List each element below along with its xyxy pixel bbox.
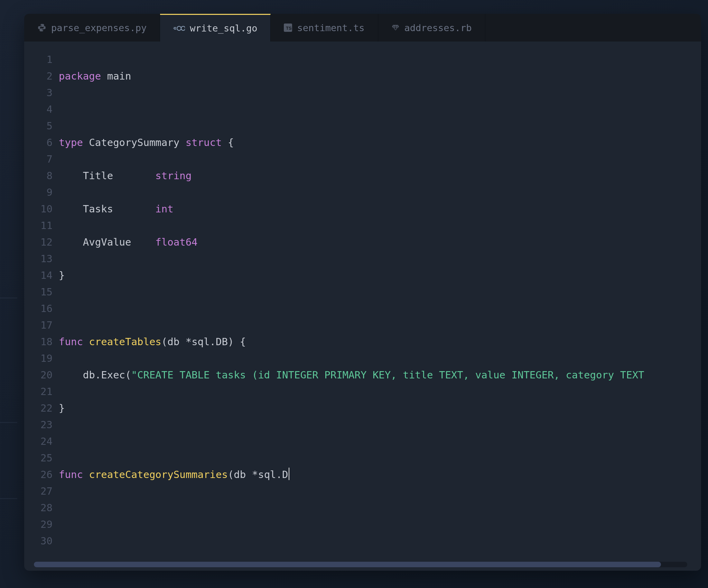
code-line[interactable]: package main	[59, 68, 701, 84]
ruby-icon	[391, 24, 400, 32]
tab-write-sql[interactable]: write_sql.go	[160, 14, 271, 42]
line-number: 18	[24, 333, 53, 350]
horizontal-scrollbar[interactable]	[34, 562, 687, 567]
line-number: 21	[24, 383, 53, 400]
svg-point-0	[177, 26, 181, 30]
line-number: 17	[24, 317, 53, 333]
line-number: 29	[24, 516, 53, 533]
code-line[interactable]: func createTables(db *sql.DB) {	[59, 333, 701, 350]
identifier: AvgValue	[59, 236, 155, 248]
code-line[interactable]	[59, 101, 701, 118]
code-line[interactable]: }	[59, 267, 701, 284]
line-number: 25	[24, 450, 53, 466]
code-line[interactable]: db.Exec("CREATE TABLE tasks (id INTEGER …	[59, 367, 701, 383]
code-line[interactable]: AvgValue float64	[59, 234, 701, 250]
scrollbar-thumb[interactable]	[34, 562, 661, 567]
line-number: 27	[24, 483, 53, 499]
code-line[interactable]	[59, 433, 701, 450]
code-content[interactable]: package main type CategorySummary struct…	[59, 51, 701, 571]
code-area[interactable]: 1 2 3 4 5 6 7 8 9 10 11 12 13 14 15 16 1…	[24, 42, 701, 571]
keyword: func	[59, 469, 83, 480]
line-number: 5	[24, 118, 53, 134]
line-number: 11	[24, 217, 53, 234]
keyword: type	[59, 137, 83, 148]
line-number: 6	[24, 134, 53, 151]
type: float64	[155, 236, 197, 248]
code-line[interactable]: Tasks int	[59, 201, 701, 217]
line-number: 23	[24, 416, 53, 433]
text-cursor	[289, 468, 289, 480]
line-number: 28	[24, 499, 53, 516]
code-line[interactable]: Title string	[59, 167, 701, 184]
go-icon	[173, 25, 185, 31]
identifier: db.Exec(	[59, 369, 131, 381]
python-icon	[37, 23, 46, 32]
code-line[interactable]: type CategorySummary struct {	[59, 134, 701, 151]
keyword: func	[59, 336, 83, 348]
tab-parse-expenses[interactable]: parse_expenses.py	[24, 14, 160, 42]
line-number: 10	[24, 201, 53, 217]
tab-label: parse_expenses.py	[51, 22, 147, 33]
line-number: 1	[24, 51, 53, 68]
tab-label: write_sql.go	[190, 23, 257, 34]
type: int	[155, 203, 173, 215]
line-number: 14	[24, 267, 53, 284]
code-line[interactable]	[59, 300, 701, 317]
svg-point-1	[181, 26, 185, 30]
line-number: 12	[24, 234, 53, 250]
line-number: 24	[24, 433, 53, 450]
line-number: 7	[24, 151, 53, 167]
code-line[interactable]: }	[59, 400, 701, 416]
keyword: package	[59, 70, 101, 82]
line-number: 8	[24, 167, 53, 184]
line-gutter: 1 2 3 4 5 6 7 8 9 10 11 12 13 14 15 16 1…	[24, 51, 59, 571]
tab-addresses[interactable]: addresses.rb	[378, 14, 485, 42]
punct: }	[59, 269, 65, 281]
identifier: Tasks	[59, 203, 155, 215]
editor-window: parse_expenses.py write_sql.go TS sentim…	[24, 14, 701, 571]
identifier: CategorySummary	[83, 137, 186, 148]
type: string	[155, 170, 192, 182]
line-number: 4	[24, 101, 53, 118]
line-number: 15	[24, 284, 53, 300]
tab-label: sentiment.ts	[297, 22, 364, 33]
tab-label: addresses.rb	[404, 22, 472, 33]
bg-decoration	[0, 422, 17, 423]
typescript-icon: TS	[284, 24, 292, 32]
bg-decoration	[0, 498, 17, 499]
line-number: 2	[24, 68, 53, 84]
punct: {	[222, 137, 234, 148]
function-name: createTables	[83, 336, 161, 348]
string: "CREATE TABLE tasks (id INTEGER PRIMARY …	[131, 369, 644, 381]
tab-bar: parse_expenses.py write_sql.go TS sentim…	[24, 14, 701, 42]
function-name: createCategorySummaries	[83, 469, 228, 480]
line-number: 16	[24, 300, 53, 317]
svg-text:TS: TS	[286, 26, 292, 31]
line-number: 20	[24, 367, 53, 383]
line-number: 3	[24, 84, 53, 101]
line-number: 13	[24, 250, 53, 267]
bg-decoration	[0, 297, 17, 298]
line-number: 26	[24, 466, 53, 483]
punct: }	[59, 402, 65, 414]
code-line[interactable]: func createCategorySummaries(db *sql.D	[59, 466, 701, 483]
line-number: 9	[24, 184, 53, 201]
keyword: struct	[186, 137, 222, 148]
identifier: main	[101, 70, 131, 82]
line-number: 22	[24, 400, 53, 416]
identifier: (db *sql.DB) {	[161, 336, 246, 348]
tab-sentiment[interactable]: TS sentiment.ts	[271, 14, 378, 42]
identifier: (db *sql.D	[228, 469, 288, 480]
identifier: Title	[59, 170, 155, 182]
line-number: 19	[24, 350, 53, 367]
line-number: 30	[24, 533, 53, 549]
